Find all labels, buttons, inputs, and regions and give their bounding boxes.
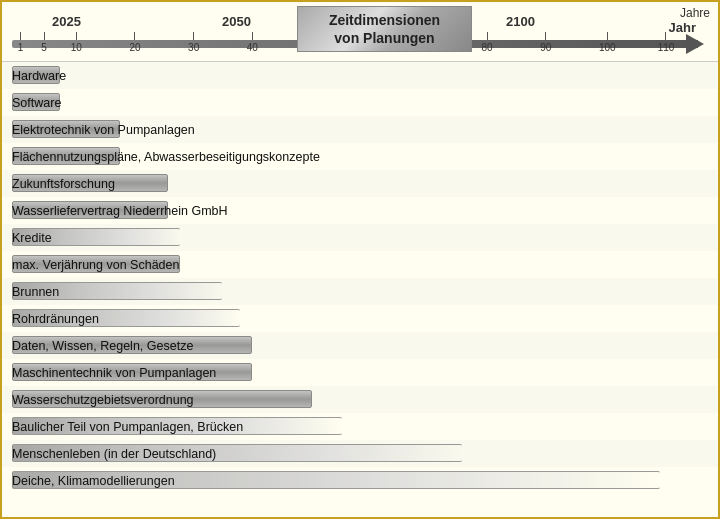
row-label: Flächennutzungspläne, Abwasserbeseitigun… bbox=[12, 150, 320, 164]
table-row: Zukunftsforschung bbox=[2, 170, 718, 197]
table-row: Hardware bbox=[2, 62, 718, 89]
tick-line bbox=[487, 32, 488, 40]
tick-label: 80 bbox=[482, 42, 493, 53]
year-2100: 2100 bbox=[506, 14, 535, 29]
center-box-line2: von Planungen bbox=[334, 30, 434, 46]
tick-label: 40 bbox=[247, 42, 258, 53]
tick-line bbox=[665, 32, 666, 40]
center-box-line1: Zeitdimensionen bbox=[329, 12, 440, 28]
year-2025: 2025 bbox=[52, 14, 81, 29]
tick-30: 30 bbox=[188, 32, 199, 53]
table-row: max. Verjährung von Schäden bbox=[2, 251, 718, 278]
row-label: Baulicher Teil von Pumpanlagen, Brücken bbox=[12, 420, 243, 434]
row-label: Elektrotechnik von Pumpanlagen bbox=[12, 123, 195, 137]
table-row: Elektrotechnik von Pumpanlagen bbox=[2, 116, 718, 143]
table-row: Kredite bbox=[2, 224, 718, 251]
table-row: Menschenleben (in der Deutschland) bbox=[2, 440, 718, 467]
row-label: Maschinentechnik von Pumpanlagen bbox=[12, 366, 216, 380]
tick-label: 110 bbox=[658, 42, 675, 53]
tick-40: 40 bbox=[247, 32, 258, 53]
tick-label: 5 bbox=[41, 42, 47, 53]
tick-label: 30 bbox=[188, 42, 199, 53]
tick-110: 110 bbox=[658, 32, 675, 53]
table-row: Wasserschutzgebietsverordnung bbox=[2, 386, 718, 413]
tick-20: 20 bbox=[129, 32, 140, 53]
table-row: Daten, Wissen, Regeln, Gesetze bbox=[2, 332, 718, 359]
row-label: Brunnen bbox=[12, 285, 59, 299]
row-label: Software bbox=[12, 96, 61, 110]
tick-line bbox=[252, 32, 253, 40]
row-label: Wasserliefervertrag Niederrhein GmbH bbox=[12, 204, 228, 218]
tick-1: 1 bbox=[18, 32, 24, 53]
tick-label: 1 bbox=[18, 42, 24, 53]
tick-line bbox=[44, 32, 45, 40]
table-row: Deiche, Klimamodellierungen bbox=[2, 467, 718, 494]
row-label: Wasserschutzgebietsverordnung bbox=[12, 393, 194, 407]
table-row: Software bbox=[2, 89, 718, 116]
tick-label: 20 bbox=[129, 42, 140, 53]
table-row: Rohrdränungen bbox=[2, 305, 718, 332]
tick-label: 90 bbox=[540, 42, 551, 53]
tick-line bbox=[134, 32, 135, 40]
tick-90: 90 bbox=[540, 32, 551, 53]
row-label: Deiche, Klimamodellierungen bbox=[12, 474, 175, 488]
table-row: Maschinentechnik von Pumpanlagen bbox=[2, 359, 718, 386]
row-label: max. Verjährung von Schäden bbox=[12, 258, 179, 272]
table-row: Baulicher Teil von Pumpanlagen, Brücken bbox=[2, 413, 718, 440]
tick-label: 10 bbox=[71, 42, 82, 53]
tick-line bbox=[76, 32, 77, 40]
center-box: Zeitdimensionen von Planungen bbox=[297, 6, 472, 52]
jahre-label: Jahre bbox=[680, 6, 710, 20]
row-label: Zukunftsforschung bbox=[12, 177, 115, 191]
timeline-header: Jahre Jahr Zeitdimensionen von Planungen… bbox=[2, 2, 718, 62]
tick-80: 80 bbox=[482, 32, 493, 53]
row-label: Menschenleben (in der Deutschland) bbox=[12, 447, 216, 461]
tick-5: 5 bbox=[41, 32, 47, 53]
table-row: Brunnen bbox=[2, 278, 718, 305]
tick-line bbox=[20, 32, 21, 40]
tick-100: 100 bbox=[599, 32, 616, 53]
tick-label: 100 bbox=[599, 42, 616, 53]
table-row: Wasserliefervertrag Niederrhein GmbH bbox=[2, 197, 718, 224]
arrow-head bbox=[686, 34, 704, 54]
tick-line bbox=[545, 32, 546, 40]
row-label: Rohrdränungen bbox=[12, 312, 99, 326]
tick-10: 10 bbox=[71, 32, 82, 53]
content-area: HardwareSoftwareElektrotechnik von Pumpa… bbox=[2, 62, 718, 517]
row-label: Daten, Wissen, Regeln, Gesetze bbox=[12, 339, 193, 353]
tick-line bbox=[607, 32, 608, 40]
row-label: Kredite bbox=[12, 231, 52, 245]
year-2050: 2050 bbox=[222, 14, 251, 29]
tick-line bbox=[193, 32, 194, 40]
row-label: Hardware bbox=[12, 69, 66, 83]
table-row: Flächennutzungspläne, Abwasserbeseitigun… bbox=[2, 143, 718, 170]
